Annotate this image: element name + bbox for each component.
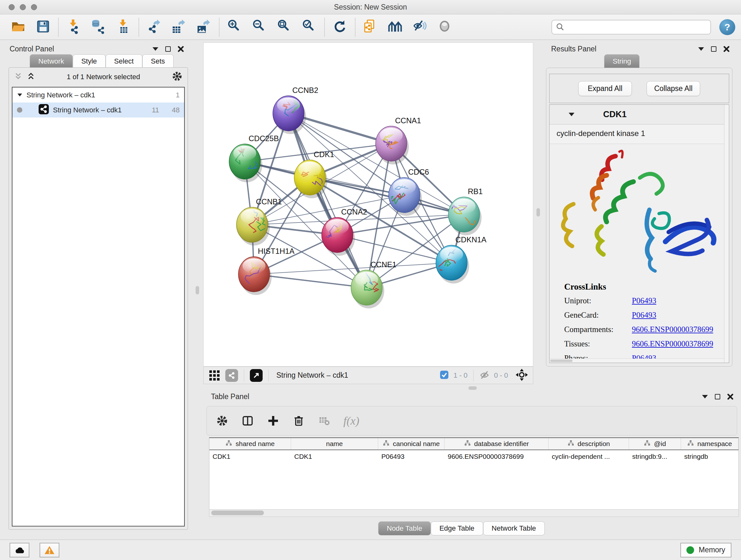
network-node[interactable]: HIST1H1A <box>239 247 294 295</box>
network-options-gear-icon[interactable] <box>172 71 183 83</box>
hide-selected-button[interactable] <box>408 17 433 37</box>
table-delete-button[interactable] <box>318 415 331 427</box>
memory-button[interactable]: Memory <box>680 543 731 557</box>
fx-button[interactable]: f(x) <box>343 414 359 428</box>
tab-edge-table[interactable]: Edge Table <box>431 521 483 536</box>
column-header-description[interactable]: description <box>549 438 629 449</box>
network-row[interactable]: String Network – cdk1 1148 <box>12 103 184 118</box>
collapse-all-button[interactable]: Collapse All <box>647 81 700 96</box>
network-edge[interactable] <box>288 113 367 288</box>
collection-expander-icon[interactable] <box>17 94 22 97</box>
node-label: CDKN1A <box>455 235 486 244</box>
table-panel-title: Table Panel <box>211 392 249 401</box>
panel-maximize-icon[interactable] <box>711 46 717 52</box>
panel-float-icon[interactable] <box>702 395 708 398</box>
network-edge[interactable] <box>254 263 452 274</box>
network-node[interactable]: CDKN1A <box>436 235 486 284</box>
cloud-status-button[interactable] <box>10 543 29 557</box>
left-splitter-handle[interactable] <box>196 286 199 294</box>
first-neighbors-button[interactable] <box>383 17 408 37</box>
help-button[interactable]: ? <box>719 19 735 35</box>
network-selection-bar: 1 of 1 Network selected <box>9 68 188 86</box>
tab-node-table[interactable]: Node Table <box>378 521 431 536</box>
crosslink-link[interactable]: P06493 <box>632 311 656 320</box>
save-session-button[interactable] <box>30 17 56 37</box>
import-network-file-button[interactable] <box>61 17 86 37</box>
column-header-namespace[interactable]: namespace <box>681 438 738 449</box>
crosslink-link[interactable]: P06493 <box>632 296 656 305</box>
panel-maximize-icon[interactable] <box>165 46 171 52</box>
tab-string[interactable]: String <box>604 54 639 68</box>
column-header-name[interactable]: name <box>291 438 378 449</box>
panel-float-icon[interactable] <box>152 47 158 51</box>
refresh-layout-button[interactable] <box>327 17 352 37</box>
expand-all-button[interactable]: Expand All <box>578 81 632 96</box>
column-header-database-identifier[interactable]: database identifier <box>445 438 549 449</box>
table-cell[interactable]: CDK1 <box>209 450 291 463</box>
bottom-splitter-handle[interactable] <box>468 386 477 390</box>
zoom-fit-button[interactable] <box>272 17 297 37</box>
column-header-shared-name[interactable]: shared name <box>209 438 291 449</box>
birds-eye-grid-icon[interactable] <box>208 369 221 382</box>
plus-button[interactable] <box>267 415 280 427</box>
network-node[interactable]: CDK1 <box>294 150 334 198</box>
trash-button[interactable] <box>292 415 305 427</box>
panel-close-icon[interactable] <box>727 394 733 400</box>
panel-float-icon[interactable] <box>698 47 704 51</box>
columns-button[interactable] <box>241 415 254 427</box>
search-input[interactable] <box>564 23 711 31</box>
zoom-out-button[interactable] <box>247 17 272 37</box>
tab-network-table[interactable]: Network Table <box>483 521 545 536</box>
string-badge-icon[interactable] <box>225 369 238 382</box>
results-vertical-scrollbar[interactable] <box>724 105 729 363</box>
tab-sets[interactable]: Sets <box>142 54 174 68</box>
fit-selected-crosshair-icon[interactable] <box>515 368 529 383</box>
panel-close-icon[interactable] <box>724 46 730 52</box>
collapse-all-networks-icon[interactable] <box>14 72 22 82</box>
panel-maximize-icon[interactable] <box>715 394 720 399</box>
table-row[interactable]: CDK1CDK1P064939606.ENSP00000378699cyclin… <box>209 450 738 463</box>
import-table-button[interactable] <box>111 17 136 37</box>
protein-collapse-icon[interactable] <box>569 113 575 116</box>
trash-icon <box>292 415 305 427</box>
open-in-browser-icon[interactable] <box>250 369 263 382</box>
table-cell[interactable]: stringdb <box>681 450 738 463</box>
show-all-button[interactable] <box>433 17 458 37</box>
export-image-icon <box>196 19 212 36</box>
tab-network[interactable]: Network <box>30 54 73 68</box>
network-collection-row[interactable]: String Network – cdk1 1 <box>12 87 184 103</box>
export-table-button[interactable] <box>166 17 192 37</box>
expand-all-networks-icon[interactable] <box>27 72 35 82</box>
network-canvas[interactable]: CCNB2CCNA1CDC25BCDK1CDC6RB1CCNB1CCNA2CDK… <box>203 43 533 367</box>
table-panel-header: Table Panel <box>203 390 741 403</box>
warnings-button[interactable] <box>40 543 59 557</box>
panel-close-icon[interactable] <box>178 46 184 52</box>
zoom-in-button[interactable] <box>222 17 247 37</box>
table-cell[interactable]: cyclin-dependent ... <box>549 450 629 463</box>
table-cell[interactable]: 9606.ENSP00000378699 <box>445 450 549 463</box>
zoom-selected-button[interactable] <box>297 17 322 37</box>
gear-button[interactable] <box>216 415 228 427</box>
import-network-database-button[interactable] <box>86 17 111 37</box>
right-splitter-handle[interactable] <box>536 208 540 216</box>
selected-checkbox-icon[interactable] <box>440 370 449 381</box>
crosslink-link[interactable]: 9606.ENSP00000378699 <box>632 325 713 334</box>
export-image-button[interactable] <box>192 17 216 37</box>
results-horizontal-scrollbar[interactable] <box>549 359 724 363</box>
tab-select[interactable]: Select <box>106 54 142 68</box>
table-cell[interactable]: CDK1 <box>291 450 378 463</box>
network-node[interactable]: RB1 <box>448 187 483 235</box>
clone-network-button[interactable] <box>358 17 383 37</box>
hidden-eye-icon[interactable] <box>479 370 489 381</box>
network-node[interactable]: CCNA1 <box>376 116 421 165</box>
table-cell[interactable]: stringdb:9... <box>629 450 681 463</box>
tab-style[interactable]: Style <box>73 54 106 68</box>
column-header-canonical-name[interactable]: canonical name <box>378 438 445 449</box>
export-network-button[interactable] <box>142 17 166 37</box>
node-label: CCNB2 <box>292 86 318 95</box>
open-file-button[interactable] <box>6 17 30 37</box>
crosslink-link[interactable]: 9606.ENSP00000378699 <box>632 339 713 348</box>
table-cell[interactable]: P06493 <box>378 450 445 463</box>
table-horizontal-scrollbar[interactable] <box>209 509 739 517</box>
column-header--id[interactable]: @id <box>629 438 681 449</box>
